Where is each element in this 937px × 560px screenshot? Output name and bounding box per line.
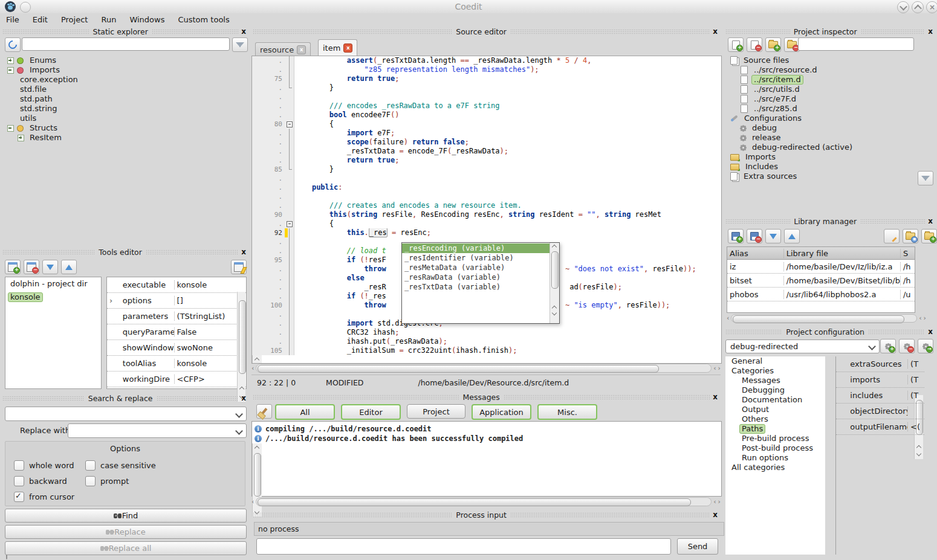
replace-button[interactable]: Replace [5,525,247,539]
project-item-src-resource-d[interactable]: ../src/resource.d [727,65,935,75]
library-row[interactable]: bitset/home/basile/Dev/Bitset/lib/bitse/… [727,274,915,288]
symbol-item-core-exception[interactable]: core.exception [4,75,247,85]
project-item-src-item-d[interactable]: ../src/item.d [727,75,935,85]
fold-gutter[interactable] [285,83,294,92]
whole-word-checkbox[interactable] [14,460,24,471]
configuration-option-row[interactable]: includes(T [836,388,924,404]
tools-editor-close-icon[interactable]: x [241,248,246,256]
project-item-src-z85-d[interactable]: ../src/z85.d [727,104,935,114]
configuration-option-row[interactable]: extraSources(T [836,356,924,372]
fold-gutter[interactable] [285,237,294,246]
fold-gutter[interactable] [285,111,294,120]
disk-add-button[interactable]: + [728,229,744,243]
option-value[interactable]: <( [908,422,924,431]
disk-remove-button[interactable]: − [747,229,762,243]
library-manager-close-icon[interactable]: x [928,217,933,225]
fold-gutter[interactable] [285,319,294,328]
win-add-button[interactable]: + [5,260,21,274]
project-item-debug-redirected-active[interactable]: debug-redirected (active) [727,143,935,152]
fold-gutter[interactable] [285,210,294,219]
option-value[interactable]: (T [908,391,924,400]
collapse-icon[interactable] [7,67,14,74]
tool-property-row[interactable]: queryParameFalse [107,324,246,340]
project-configuration-close-icon[interactable]: x [928,327,933,336]
move-up-button[interactable] [61,260,77,274]
fold-gutter[interactable] [285,65,294,74]
tool-item-konsole[interactable]: konsole [5,291,101,304]
messages-filter-all[interactable]: All [275,404,335,420]
column-header-s[interactable]: S [901,249,915,258]
tab-close-icon[interactable]: x [343,43,352,53]
static-explorer-close-icon[interactable]: x [241,27,246,36]
completion-item[interactable]: _resIdentifier (variable) [402,253,550,263]
project-inspector-filter-input[interactable] [798,37,914,51]
project-item-release[interactable]: release [727,133,935,143]
messages-filter-project[interactable]: Project [407,404,465,419]
tool-item-dolphin-project-dir[interactable]: dolphin - project dir [5,277,101,291]
tool-property-row[interactable]: showWindowswoNone [107,340,246,356]
library-row[interactable]: iz/home/basile/Dev/Iz/lib/iz.a/h [727,260,915,274]
search-input[interactable] [5,407,247,421]
win-remove-button[interactable]: − [24,260,39,274]
fold-gutter[interactable] [285,74,294,83]
symbol-item-utils[interactable]: utils [4,114,247,123]
completion-popup[interactable]: _resEncoding (variable)_resIdentifier (v… [401,242,560,324]
symbol-item-structs[interactable]: Structs [4,123,247,133]
tool-property-row[interactable]: ›options[] [107,293,246,309]
fold-gutter[interactable] [285,192,294,201]
category-item-output[interactable]: Output [725,405,825,414]
folder-add-button[interactable]: + [921,229,937,243]
editor-vscrollbar[interactable] [252,355,262,364]
project-item-debug[interactable]: debug [727,123,935,133]
doc-add-button[interactable]: + [728,37,744,52]
collapse-icon[interactable] [7,125,14,132]
column-header-alias[interactable]: Alias [727,249,784,258]
message-line[interactable]: icompiling /.../build/resource.d.coedit [255,424,720,434]
messages-hscrollbar[interactable] [256,497,712,506]
move-down-button[interactable] [765,229,781,243]
popup-scrollbar[interactable] [550,243,559,323]
project-item-src-e7f-d[interactable]: ../src/e7F.d [727,94,935,104]
code-editor[interactable]: . assert(_resTxtData.length == _resRawDa… [251,56,722,364]
category-item-others[interactable]: Others [725,414,825,424]
messages-filter-misc[interactable]: Misc. [537,404,597,420]
fold-gutter[interactable] [285,310,294,319]
library-row[interactable]: phobos/usr/lib64/libphobos2.a/u [727,288,915,301]
fold-gutter[interactable] [285,183,294,192]
static-explorer-filter-input[interactable] [22,37,230,51]
symbol-item-std-string[interactable]: std.string [4,104,247,114]
tool-property-row[interactable]: toolAliaskonsole [107,356,246,372]
menu-custom-tools[interactable]: Custom tools [178,15,229,24]
source-editor-close-icon[interactable]: x [713,27,718,36]
expand-icon[interactable] [18,135,24,141]
option-value[interactable]: (T [908,375,924,384]
column-header-library-file[interactable]: Library file [784,249,901,258]
fold-gutter[interactable] [285,201,294,210]
fold-gutter[interactable] [285,274,294,283]
fold-gutter[interactable] [285,292,294,301]
completion-item[interactable]: _resEncoding (variable) [402,243,550,253]
messages-list[interactable]: icompiling /.../build/resource.d.coediti… [251,421,722,497]
property-value[interactable]: swoNone [175,343,246,352]
win-run-button[interactable] [231,260,247,274]
messages-filter-editor[interactable]: Editor [341,404,401,420]
folder-lib-button[interactable]: ▪ [903,229,918,243]
process-input-close-icon[interactable]: x [713,510,718,519]
category-item-general[interactable]: General [725,356,825,366]
close-button[interactable]: × [926,1,937,13]
fold-gutter[interactable] [285,346,294,355]
category-item-post-build-process[interactable]: Post-build process [725,443,825,453]
from-cursor-checkbox[interactable] [14,492,24,502]
replace-all-button[interactable]: Replace all [5,541,247,555]
fold-collapse-icon[interactable] [287,121,293,127]
message-line[interactable]: i/.../build/resource.d.coedit has been s… [255,434,720,443]
menu-run[interactable]: Run [101,15,116,24]
doc-remove-button[interactable]: − [747,37,762,52]
process-input-field[interactable] [256,538,671,555]
completion-item[interactable]: _resTxtData (variable) [402,282,550,292]
fold-gutter[interactable] [285,256,294,265]
symbol-item-imports[interactable]: Imports [4,65,247,75]
gear-run-button[interactable]: → [918,339,933,353]
completion-item[interactable]: _resRawData (variable) [402,272,550,282]
fold-gutter[interactable] [285,165,294,174]
